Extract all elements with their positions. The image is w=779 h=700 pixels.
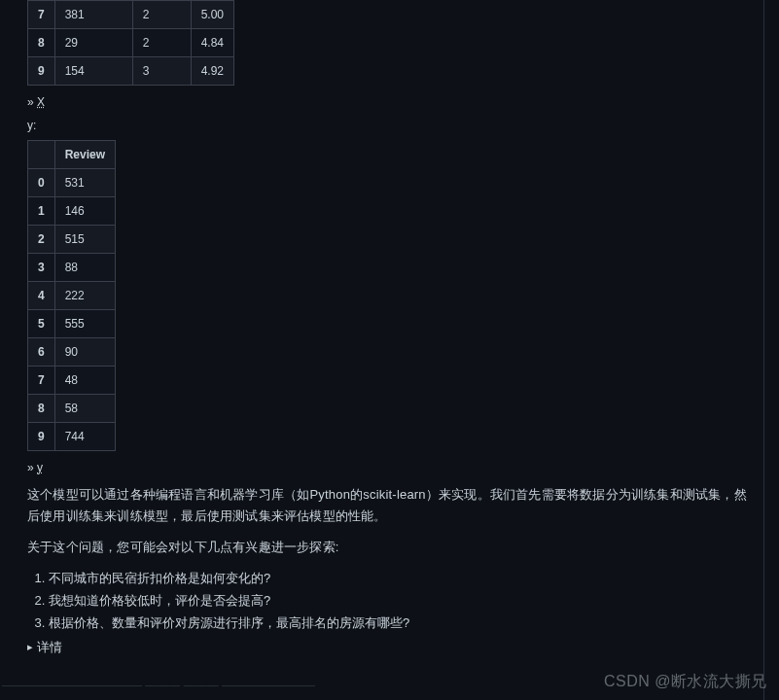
table-row: 738125.00 [28,1,234,29]
table-cell: 88 [54,254,115,282]
table-cell: 3 [132,57,191,86]
table-cell: 4.84 [191,29,233,57]
table-row: 2515 [28,226,116,254]
table-cell: 146 [54,197,115,226]
table-row: 690 [28,338,116,367]
table-cell: 48 [54,367,115,395]
link-y-row: » y [27,461,750,474]
table-row: 748 [28,367,116,395]
table-cell: 5.00 [191,1,233,29]
table-cell-index: 2 [28,226,55,254]
table-cell: 555 [54,310,115,338]
table-cell-index: 4 [28,282,55,310]
table-row: 858 [28,395,116,423]
paragraph-2: 关于这个问题，您可能会对以下几点有兴趣进一步探索: [27,537,750,558]
table-y-header-review: Review [54,141,115,169]
paragraph-1: 这个模型可以通过各种编程语言和机器学习库（如Python的scikit-lear… [27,484,750,527]
table-cell: 154 [54,57,132,86]
table-cell: 4.92 [191,57,233,86]
table-row: 915434.92 [28,57,234,86]
link-x-prefix: » [27,95,37,109]
table-cell: 381 [54,1,132,29]
table-cell: 58 [54,395,115,423]
table-cell-index: 8 [28,29,55,57]
table-x-partial: 738125.0082924.84915434.92 [27,0,234,86]
link-x-row: » X [27,95,750,109]
table-cell-index: 3 [28,254,55,282]
table-cell-index: 0 [28,169,55,197]
table-row: 82924.84 [28,29,234,57]
table-y-header-blank [28,141,55,169]
table-row: 388 [28,254,116,282]
table-row: 9744 [28,423,116,451]
table-cell: 2 [132,29,191,57]
article-content: 738125.0082924.84915434.92 » X y: Review… [0,0,764,700]
list-item: 根据价格、数量和评价对房源进行排序，最高排名的房源有哪些? [49,612,750,635]
table-cell-index: 8 [28,395,55,423]
y-label: y: [27,119,750,132]
list-item: 不同城市的民宿折扣价格是如何变化的? [49,568,750,590]
table-cell: 515 [54,226,115,254]
table-cell-index: 6 [28,338,55,367]
table-row: 4222 [28,282,116,310]
table-row: 1146 [28,197,116,226]
explore-list: 不同城市的民宿折扣价格是如何变化的? 我想知道价格较低时，评价是否会提高? 根据… [49,568,750,634]
table-cell: 29 [54,29,132,57]
table-cell-index: 5 [28,310,55,338]
table-y: Review 053111462515388422255556907488589… [27,140,116,451]
table-cell-index: 9 [28,57,55,86]
table-cell: 744 [54,423,115,451]
details-toggle[interactable]: 详情 [27,639,750,656]
table-cell-index: 9 [28,423,55,451]
details-label: 详情 [37,640,62,654]
table-cell: 90 [54,338,115,367]
link-y[interactable]: y [37,461,43,474]
table-cell: 531 [54,169,115,197]
table-cell-index: 7 [28,367,55,395]
table-cell-index: 1 [28,197,55,226]
table-row: 5555 [28,310,116,338]
link-x[interactable]: X [37,95,45,109]
table-cell: 2 [132,1,191,29]
table-row: 0531 [28,169,116,197]
table-cell: 222 [54,282,115,310]
table-cell-index: 7 [28,1,55,29]
list-item: 我想知道价格较低时，评价是否会提高? [49,590,750,612]
link-y-prefix: » [27,461,37,474]
